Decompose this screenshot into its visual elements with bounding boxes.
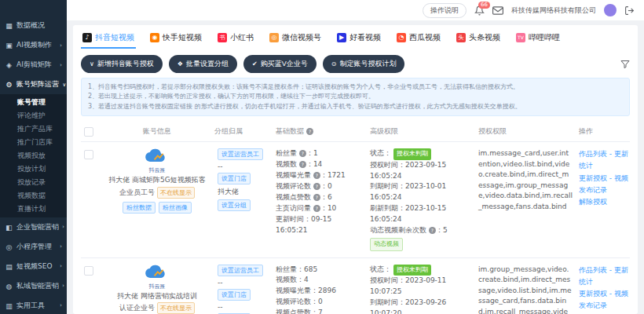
set-store-button[interactable]: 设置门店: [218, 289, 251, 301]
op-update-auth-link[interactable]: 更新授权 - 视频发布记录: [579, 173, 630, 197]
fans-data-button[interactable]: 粉丝数据: [123, 202, 156, 214]
tab-bilibili[interactable]: TV 哔哩哔哩: [514, 30, 562, 49]
tab-haokan[interactable]: ▶ 好看视频: [335, 30, 382, 49]
col-operations: 操作: [579, 126, 630, 137]
op-update-auth-link[interactable]: 更新授权 - 视频发布记录: [579, 288, 630, 312]
set-group-button[interactable]: 设置分组: [218, 199, 251, 211]
filter-button[interactable]: [620, 60, 630, 69]
submenu-item-video-data[interactable]: 视频数据: [0, 189, 67, 203]
sidebar-item-label: 数据概况: [16, 20, 45, 31]
sidebar-submenu: 账号管理 评论维护 推广产品库 推广门店库 视频投放 投放计划 投放记录 视频数…: [0, 94, 67, 217]
dynamic-video-tag[interactable]: 动态视频: [370, 238, 403, 250]
batch-group-button[interactable]: ❖ 批量设置分组: [169, 55, 237, 73]
sidebar-item-label: 实用工具: [16, 301, 45, 311]
table-row: 抖云推 抖大佬 网络营销实战培训 认证企业号 不在线显示 粉丝数据 粉丝画像 设…: [81, 258, 630, 314]
chevron-right-icon: ›: [60, 62, 62, 68]
chevron-right-icon: ›: [62, 283, 64, 289]
sidebar-item-dashboard[interactable]: ▦ 数据概况: [0, 16, 67, 35]
tab-label: 抖音短视频: [95, 32, 134, 43]
mail-icon: [492, 6, 503, 15]
account-type: 企业员工号: [119, 188, 155, 198]
add-douyin-auth-button[interactable]: ∨ 新增抖音账号授权: [81, 55, 163, 73]
kuaishou-icon: ◉: [150, 33, 159, 42]
sidebar-item-label: 企业智能营销: [16, 222, 59, 232]
logout-button[interactable]: [624, 5, 635, 16]
avatar[interactable]: [604, 4, 617, 16]
messages-button[interactable]: [492, 6, 503, 15]
help-button[interactable]: 操作说明: [423, 3, 467, 18]
info-icon: ?: [313, 205, 320, 212]
employee-value: --: [218, 279, 223, 287]
notice-line: 2、若出现上述提示，不影响账号的正常授权，确认下方的可用权限，继续往下一步即可完…: [88, 92, 623, 101]
douyuntui-logo-icon: [144, 148, 170, 166]
sidebar-item-account-matrix[interactable]: ⚙ 账号矩阵运营 ∨: [0, 75, 67, 94]
stats-cell: 粉丝量：685 视频数：4 视频曝光量：2896 视频评论数：0 视频点赞数：7…: [276, 265, 370, 314]
sidebar-item-miniprogram[interactable]: ◎ 小程序管理 ›: [0, 237, 67, 257]
submenu-item-comment[interactable]: 评论维护: [0, 109, 67, 122]
sidebar-item-label: 短视频SEO: [16, 261, 52, 272]
tab-xigua[interactable]: ◔ 西瓜视频: [395, 30, 442, 49]
auth-status-tag: 授权未到期: [393, 265, 431, 276]
buy-enterprise-button[interactable]: ✔ 购买蓝V企业号: [243, 55, 317, 73]
select-all-checkbox[interactable]: [84, 127, 93, 137]
col-scope: 授权权限: [478, 126, 579, 137]
op-remove-auth-link[interactable]: 解除授权: [579, 196, 630, 208]
sidebar-item-ai-video[interactable]: ▣ AI视频制作 ›: [0, 35, 67, 55]
tab-douyin[interactable]: ♪ 抖音短视频: [81, 30, 136, 49]
fans-count: 1: [313, 149, 318, 157]
store-value: 抖大佬: [218, 187, 239, 197]
group-icon: ❖: [177, 60, 183, 68]
visit-count: 10: [327, 204, 336, 212]
tab-label: 头条视频: [469, 32, 500, 43]
sidebar-item-private-domain[interactable]: ◍ 私域智能营销 ›: [0, 276, 67, 296]
submenu-item-store-lib[interactable]: 推广门店库: [0, 136, 67, 149]
funnel-icon: [620, 60, 630, 69]
tab-label: 哔哩哔哩: [529, 32, 560, 43]
ai-clip-icon: ◈: [5, 61, 13, 69]
sidebar-item-ai-clip[interactable]: ◈ AI剪辑矩阵 ›: [0, 55, 67, 75]
tab-wechat-channels[interactable]: ◎ 微信视频号: [268, 30, 323, 49]
info-icon: ?: [299, 161, 306, 168]
submenu-item-product-lib[interactable]: 推广产品库: [0, 122, 67, 136]
submenu-item-account-manage[interactable]: 账号管理: [0, 96, 67, 109]
submenu-item-publish-record[interactable]: 投放记录: [0, 176, 67, 189]
sidebar-item-label: AI剪辑矩阵: [16, 60, 52, 70]
account-cell: 抖云推 抖大佬 网络营销实战培训 认证企业号 不在线显示 粉丝数据 粉丝画像: [100, 265, 214, 314]
submenu-item-publish-plan[interactable]: 投放计划: [0, 162, 67, 176]
fans-count: 685: [304, 265, 317, 273]
info-icon: ?: [299, 150, 306, 157]
chevron-down-icon: ∨: [90, 60, 94, 68]
sidebar-item-label: 小程序管理: [16, 242, 52, 252]
fans-portrait-button[interactable]: 粉丝画像: [159, 202, 192, 214]
notification-bell[interactable]: 66: [474, 5, 485, 16]
tab-xiaohongshu[interactable]: 书 小红书: [216, 30, 255, 49]
logout-icon: [624, 5, 635, 16]
sidebar: ▦ 数据概况 ▣ AI视频制作 › ◈ AI剪辑矩阵 › ⚙ 账号矩阵运营 ∨ …: [0, 0, 67, 314]
employee-value: --: [218, 162, 223, 170]
comment-count: 0: [327, 182, 332, 190]
account-status-tag: 不在线显示: [157, 187, 195, 199]
submenu-item-video-publish[interactable]: 视频投放: [0, 149, 67, 162]
row-checkbox[interactable]: [84, 266, 93, 276]
auth-plan-button[interactable]: ⊙ 制定账号授权计划: [323, 55, 405, 73]
tab-toutiao[interactable]: 头 头条视频: [455, 30, 502, 49]
tab-kuaishou[interactable]: ◉ 快手短视频: [148, 30, 203, 49]
store-value: --: [218, 303, 223, 311]
op-works-stats-link[interactable]: 作品列表 - 更新统计: [579, 265, 630, 289]
douyin-icon: ♪: [82, 33, 92, 42]
sidebar-item-tools[interactable]: ▥ 实用工具 ›: [0, 296, 67, 314]
sidebar-item-enterprise-marketing[interactable]: ◧ 企业智能营销 ›: [0, 217, 67, 237]
submenu-item-live-plan[interactable]: 直播计划: [0, 203, 67, 216]
notice-line: 3、若通过发送抖音账号授权固定链接 的形式进行授权，切勿在手机端打开，并通过输入…: [88, 102, 623, 111]
chevron-right-icon: ›: [60, 264, 62, 269]
set-store-button[interactable]: 设置门店: [218, 173, 251, 184]
row-checkbox[interactable]: [84, 150, 93, 159]
page-content: ♪ 抖音短视频 ◉ 快手短视频 书 小红书 ◎ 微信视频号: [67, 20, 644, 314]
like-count: 7: [318, 309, 323, 314]
sidebar-item-video-seo[interactable]: ▤ 短视频SEO ›: [0, 257, 67, 276]
set-employee-button[interactable]: 设置运营员工: [218, 265, 263, 276]
set-employee-button[interactable]: 设置运营员工: [218, 148, 263, 160]
group-cell: 设置运营员工 -- 设置门店 -- 设置分组: [214, 265, 276, 314]
op-works-stats-link[interactable]: 作品列表 - 更新统计: [579, 148, 630, 173]
top-header: 操作说明 66 科技传媒网络科技有限公司: [67, 0, 644, 20]
